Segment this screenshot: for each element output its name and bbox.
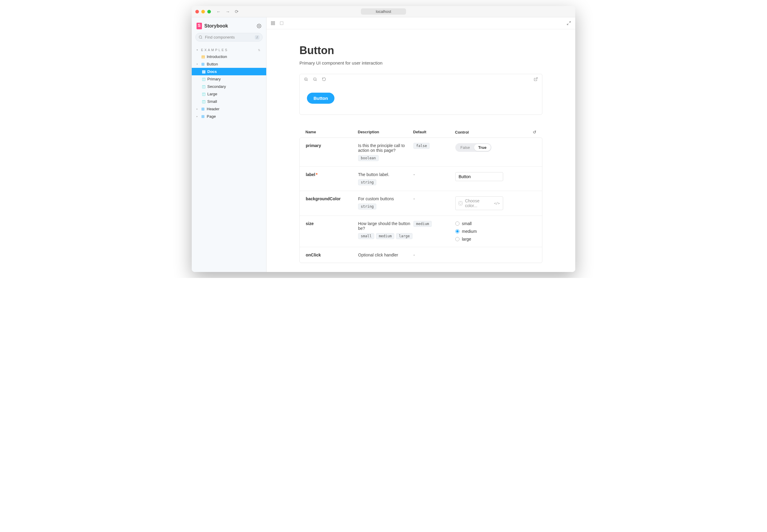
sidebar-item-label: Large [207, 92, 217, 96]
type-tag: medium [376, 233, 394, 239]
arg-description: For custom buttonsstring [358, 196, 413, 210]
arg-description: Optional click handler [358, 253, 413, 257]
search-input[interactable]: Find components / [196, 33, 263, 42]
radio-option[interactable]: small [455, 221, 536, 226]
type-tag: string [358, 179, 376, 185]
minimize-window-button[interactable] [201, 10, 205, 13]
arg-name: backgroundColor [306, 196, 358, 210]
sidebar-item-label: Secondary [207, 84, 226, 89]
bookmark-icon: ◫ [202, 77, 206, 81]
chevron-icon: ▸ [197, 108, 200, 110]
search-shortcut: / [255, 35, 259, 39]
arg-default: - [413, 196, 455, 210]
boolean-toggle[interactable]: FalseTrue [455, 143, 491, 152]
text-input[interactable] [455, 172, 503, 181]
arg-default: false [413, 143, 455, 161]
sidebar-item[interactable]: ▸⊞Header [192, 105, 266, 113]
args-row: onClickOptional click handler- [300, 247, 542, 263]
arg-control [455, 172, 536, 185]
radio-option[interactable]: medium [455, 229, 536, 234]
sidebar-item[interactable]: ◫Secondary [192, 83, 266, 90]
chevron-icon: ▸ [197, 115, 200, 118]
header-name: Name [305, 130, 358, 134]
args-row: label*The button label.string- [300, 167, 542, 191]
section-label: EXAMPLES [201, 48, 228, 52]
url-bar[interactable]: localhost [361, 8, 406, 15]
sort-icon: ⇅ [258, 48, 262, 52]
arg-description: The button label.string [358, 172, 413, 185]
svg-line-17 [535, 78, 537, 80]
svg-line-15 [316, 80, 317, 81]
args-table: primaryIs this the principle call to act… [300, 137, 542, 263]
bookmark-icon: ◫ [202, 84, 206, 89]
sidebar-item[interactable]: ◫Primary [192, 75, 266, 83]
sidebar: Storybook Find components / ▾ EXAMPLES ⇅… [192, 17, 267, 272]
header-description: Description [358, 130, 413, 134]
storybook-logo-icon [197, 23, 202, 29]
close-window-button[interactable] [196, 10, 199, 13]
canvas-icon[interactable] [271, 21, 275, 25]
type-tag: boolean [358, 155, 379, 161]
search-placeholder: Find components [205, 35, 235, 39]
component-icon: ⊞ [201, 62, 205, 66]
arg-name: onClick [306, 253, 358, 257]
radio-icon [455, 237, 459, 241]
svg-rect-4 [274, 22, 275, 23]
arg-default: - [413, 172, 455, 185]
settings-button[interactable] [257, 24, 262, 28]
back-button[interactable]: ← [216, 9, 221, 14]
page-title: Button [300, 44, 542, 57]
reset-controls-button[interactable]: ↺ [533, 130, 536, 134]
svg-rect-6 [274, 24, 275, 25]
args-row: primaryIs this the principle call to act… [300, 138, 542, 167]
demo-button[interactable]: Button [307, 93, 334, 104]
sidebar-item-label: Header [207, 107, 220, 111]
svg-rect-3 [271, 22, 273, 23]
arg-control [455, 253, 536, 257]
toggle-true[interactable]: True [474, 144, 490, 151]
color-picker[interactable]: Choose color...</> [455, 196, 503, 210]
sidebar-item[interactable]: ▤Introduction [192, 53, 266, 60]
maximize-window-button[interactable] [207, 10, 211, 13]
zoom-reset-icon[interactable] [322, 77, 326, 81]
sidebar-item[interactable]: ▾⊞Button [192, 60, 266, 68]
header-control: Control [455, 130, 469, 134]
sidebar-item[interactable]: ▤Docs [192, 68, 266, 75]
sidebar-item-label: Docs [207, 69, 217, 74]
arg-name: size [306, 221, 358, 241]
open-external-icon[interactable] [534, 77, 538, 81]
doc-body: Button Primary UI component for user int… [267, 29, 575, 272]
fullscreen-icon[interactable] [566, 21, 571, 25]
document-icon: ▤ [202, 69, 206, 74]
sidebar-item-label: Primary [207, 77, 221, 81]
svg-line-11 [307, 80, 308, 81]
sidebar-item-label: Page [207, 114, 216, 119]
radio-icon [455, 221, 459, 226]
zoom-out-icon[interactable] [313, 77, 317, 81]
arg-description: Is this the principle call to action on … [358, 143, 413, 161]
sidebar-item[interactable]: ◫Large [192, 90, 266, 98]
type-tag: string [358, 204, 376, 210]
sidebar-item-label: Button [207, 62, 218, 66]
required-mark: * [316, 172, 317, 177]
svg-line-2 [201, 38, 202, 39]
sidebar-item-label: Small [207, 99, 217, 104]
svg-line-8 [569, 22, 570, 23]
bookmark-icon: ◫ [202, 99, 206, 104]
args-header: Name Description Default Control ↺ [300, 127, 542, 137]
arg-default: medium [413, 221, 455, 241]
arg-default: - [413, 253, 455, 257]
zoom-in-icon[interactable] [304, 77, 308, 81]
toggle-false[interactable]: False [456, 144, 474, 151]
sidebar-item[interactable]: ▸⊞Page [192, 113, 266, 120]
forward-button[interactable]: → [226, 9, 230, 14]
sidebar-item[interactable]: ◫Small [192, 98, 266, 105]
type-tag: large [396, 233, 412, 239]
section-examples[interactable]: ▾ EXAMPLES ⇅ [192, 47, 266, 53]
component-icon: ⊞ [201, 107, 205, 111]
arg-description: How large should the button be?smallmedi… [358, 221, 413, 241]
radio-icon [455, 229, 459, 233]
reload-button[interactable]: ⟳ [235, 9, 239, 14]
radio-option[interactable]: large [455, 237, 536, 241]
docs-icon[interactable] [279, 21, 284, 25]
